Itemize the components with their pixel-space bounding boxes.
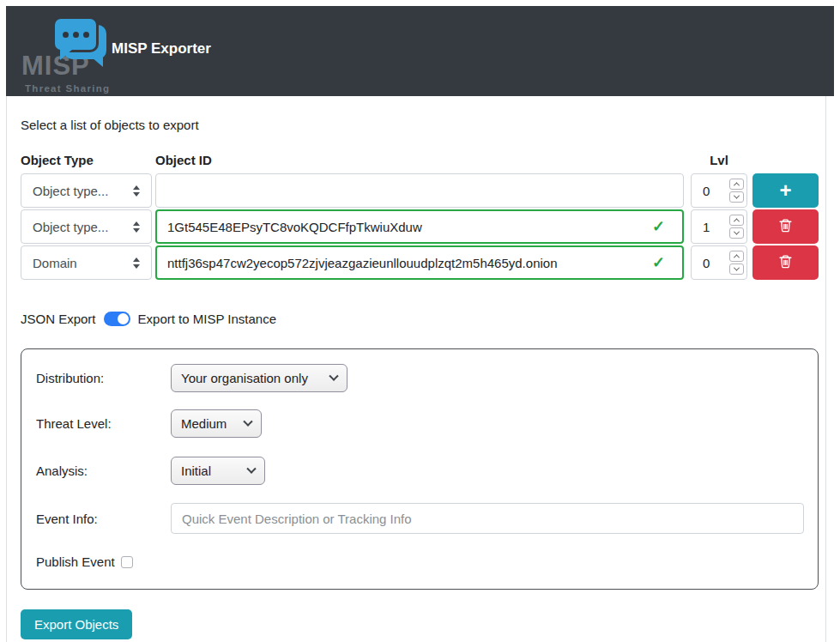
objects-table: Object Type Object ID Lvl Object type...…: [21, 153, 825, 280]
table-header-row: Object Type Object ID Lvl: [21, 153, 825, 167]
lvl-stepper: 0: [691, 173, 747, 208]
bubble-dot-icon: [83, 32, 89, 38]
export-mode-row: JSON Export Export to MISP Instance: [21, 312, 825, 326]
export-mode-toggle[interactable]: [104, 312, 130, 326]
plus-icon: +: [779, 180, 791, 201]
threat-level-select-value: Medium: [181, 416, 227, 431]
object-type-select-value: Object type...: [33, 220, 108, 234]
bubble-dot-icon: [63, 32, 69, 38]
spin-down-button[interactable]: [729, 227, 744, 239]
page: MISP Threat Sharing MISP Exporter Select…: [0, 0, 840, 642]
distribution-row: Distribution: Your organisation only: [36, 364, 818, 392]
object-type-select-value: Object type...: [33, 184, 108, 198]
event-info-label: Event Info:: [36, 512, 171, 526]
analysis-select-value: Initial: [181, 463, 211, 478]
spin-down-button[interactable]: [729, 191, 744, 203]
lvl-value: 1: [703, 220, 710, 234]
toggle-knob: [118, 313, 129, 324]
object-id-field: [155, 173, 684, 208]
intro-text: Select a list of objects to export: [21, 118, 825, 132]
object-type-select[interactable]: Domain: [21, 245, 152, 280]
object-id-field: ✓: [155, 245, 684, 280]
select-updown-icon: [133, 221, 140, 233]
threat-level-row: Threat Level: Medium: [36, 409, 818, 438]
speech-bubble-icon: [52, 16, 99, 52]
object-id-input[interactable]: [167, 220, 645, 234]
page-title: MISP Exporter: [112, 40, 211, 58]
event-info-input[interactable]: [171, 503, 804, 534]
valid-check-icon: ✓: [652, 217, 672, 236]
valid-check-icon: ✓: [652, 253, 672, 272]
threat-level-label: Threat Level:: [36, 416, 171, 431]
distribution-select-value: Your organisation only: [181, 371, 308, 385]
table-row: Object type... ✓ 1: [21, 209, 825, 244]
trash-icon: [778, 253, 793, 272]
object-id-input[interactable]: [167, 256, 645, 270]
json-export-label: JSON Export: [21, 312, 96, 326]
spin-up-button[interactable]: [729, 215, 744, 226]
object-id-input[interactable]: [166, 184, 673, 198]
number-spinner: [729, 179, 744, 203]
content-area: Select a list of objects to export Objec…: [6, 96, 826, 642]
export-objects-button[interactable]: Export Objects: [21, 609, 132, 639]
column-header-lvl: Lvl: [691, 153, 747, 167]
chevron-down-icon: [246, 463, 256, 473]
analysis-select[interactable]: Initial: [171, 457, 265, 485]
delete-row-button[interactable]: [752, 245, 819, 280]
misp-instance-label: Export to MISP Instance: [138, 312, 276, 326]
lvl-value: 0: [703, 184, 710, 198]
select-updown-icon: [133, 185, 140, 197]
distribution-select[interactable]: Your organisation only: [171, 364, 347, 392]
bubble-dot-icon: [73, 32, 79, 38]
misp-settings-panel: Distribution: Your organisation only Thr…: [21, 348, 819, 590]
object-type-select-value: Domain: [33, 256, 77, 270]
threat-level-select[interactable]: Medium: [171, 409, 262, 438]
distribution-label: Distribution:: [36, 371, 171, 385]
publish-event-checkbox[interactable]: [121, 556, 133, 568]
publish-event-label: Publish Event: [36, 554, 115, 569]
add-row-button[interactable]: +: [752, 173, 819, 208]
chevron-down-icon: [243, 416, 252, 426]
spin-down-button[interactable]: [729, 263, 744, 275]
spin-up-button[interactable]: [729, 251, 744, 262]
number-spinner: [729, 215, 744, 239]
trash-icon: [778, 217, 793, 236]
publish-event-row: Publish Event: [36, 554, 818, 569]
lvl-stepper: 1: [691, 209, 747, 244]
object-type-select[interactable]: Object type...: [21, 173, 152, 208]
lvl-value: 0: [703, 256, 710, 270]
delete-row-button[interactable]: [752, 209, 819, 244]
spin-up-button[interactable]: [729, 179, 744, 190]
event-info-row: Event Info:: [36, 503, 818, 534]
misp-logo-subtext: Threat Sharing: [25, 83, 110, 94]
number-spinner: [729, 251, 744, 275]
column-header-object-id: Object ID: [155, 153, 684, 167]
table-row: Object type... 0 +: [21, 173, 825, 208]
select-updown-icon: [133, 257, 140, 269]
object-type-select[interactable]: Object type...: [21, 209, 152, 244]
chevron-down-icon: [329, 371, 338, 380]
analysis-label: Analysis:: [36, 463, 171, 478]
lvl-stepper: 0: [691, 245, 747, 280]
table-row: Domain ✓ 0: [21, 245, 825, 280]
column-header-object-type: Object Type: [21, 153, 152, 167]
app-header: MISP Threat Sharing MISP Exporter: [6, 6, 834, 96]
object-id-field: ✓: [155, 209, 684, 244]
analysis-row: Analysis: Initial: [36, 457, 818, 485]
